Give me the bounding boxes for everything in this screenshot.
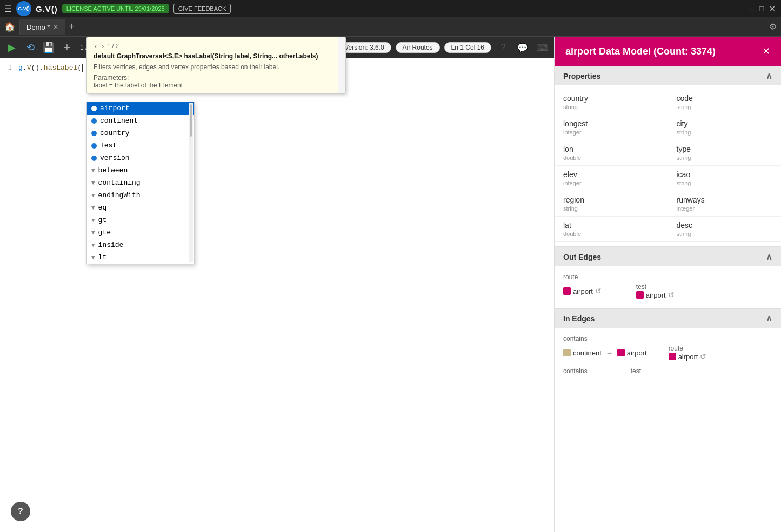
out-edges-label: Out Edges (563, 253, 601, 261)
property-region: region string (555, 191, 668, 217)
edge-refresh-icon[interactable]: ↺ (700, 352, 706, 361)
save-button[interactable]: 💾 (41, 40, 56, 55)
item-dot-icon (91, 118, 97, 124)
property-lon: lon double (555, 140, 668, 166)
tooltip-scrollbar[interactable] (338, 37, 345, 93)
edge-node-label: airport (678, 353, 698, 361)
autocomplete-item-airport[interactable]: airport (87, 102, 194, 115)
autocomplete-item-country[interactable]: country (87, 127, 194, 139)
property-type: string (677, 180, 773, 186)
run-button[interactable]: ▶ (4, 40, 19, 55)
history-button[interactable]: ⟲ (23, 40, 38, 55)
autocomplete-item-endingwith[interactable]: ▼ endingWith (87, 189, 194, 201)
in-edges-chevron-icon: ∧ (766, 313, 772, 324)
property-name: code (677, 94, 773, 103)
minimize-button[interactable]: ─ (746, 4, 755, 13)
out-edge-test-node: airport ↺ (636, 291, 675, 299)
keyboard-icon[interactable]: ⌨ (535, 40, 550, 55)
autocomplete-item-containing[interactable]: ▼ containing (87, 177, 194, 189)
editor-panel: ▶ ⟲ 💾 + 1 / 2 ⬇ Gremlin Version: 3.6.0 A… (0, 37, 554, 532)
tabbar: 🏠 Demo * ✕ + ⚙ (0, 17, 781, 37)
help-button[interactable]: ? (11, 502, 30, 521)
tab-close-icon[interactable]: ✕ (53, 23, 58, 31)
help-icon[interactable]: ? (496, 40, 511, 55)
panel-close-button[interactable]: ✕ (762, 45, 770, 57)
chat-icon[interactable]: 💬 (515, 40, 530, 55)
property-type: integer (677, 205, 773, 212)
tooltip-params-label: Parameters: (94, 74, 129, 82)
autocomplete-item-version[interactable]: version (87, 152, 194, 164)
property-type: string (677, 154, 773, 161)
tab-demo[interactable]: Demo * ✕ (19, 19, 65, 35)
autocomplete-item-eq[interactable]: ▼ eq (87, 201, 194, 214)
autocomplete-scrollbar[interactable] (189, 103, 193, 262)
item-dot-icon (91, 143, 97, 149)
out-edge-route-node: airport ↺ (563, 283, 602, 299)
property-country: country string (555, 90, 668, 115)
in-edges-section: contains continent → airport route airpo… (555, 328, 781, 379)
out-edge-test-label: test (636, 283, 675, 291)
add-console-button[interactable]: + (59, 40, 75, 55)
tooltip-popup: ‹ › 1 / 2 default GraphTraversal<S,E> ha… (86, 37, 346, 94)
in-edges-section-header[interactable]: In Edges ∧ (555, 308, 781, 328)
app-logo: G.V() (16, 1, 31, 16)
autocomplete-item-gt[interactable]: ▼ gt (87, 214, 194, 226)
code-g: g (18, 64, 23, 72)
autocomplete-label: endingWith (98, 191, 141, 199)
properties-section-header[interactable]: Properties ∧ (555, 66, 781, 85)
property-type: double (563, 231, 659, 237)
app-brand: G.V() (36, 4, 58, 14)
item-dot-icon (91, 106, 97, 111)
in-edge-contains-label-row: contains (555, 332, 781, 342)
edge-airport-label: airport (627, 349, 647, 357)
home-icon[interactable]: 🏠 (4, 22, 15, 32)
out-edges-section-header[interactable]: Out Edges ∧ (555, 247, 781, 266)
item-arrow-icon: ▼ (91, 217, 95, 224)
edge-refresh-icon[interactable]: ↺ (668, 291, 675, 299)
tooltip-param-detail: label = the label of the Element (94, 82, 183, 89)
property-name: region (563, 196, 659, 204)
autocomplete-item-test[interactable]: Test (87, 139, 194, 152)
property-desc: desc string (668, 217, 782, 242)
item-arrow-icon: ▼ (91, 242, 95, 248)
property-name: elev (563, 170, 659, 179)
edge-color-icon (636, 291, 644, 299)
autocomplete-item-continent[interactable]: continent (87, 115, 194, 127)
tooltip-next-button[interactable]: › (101, 42, 105, 50)
autocomplete-label: between (98, 166, 128, 174)
give-feedback-button[interactable]: GIVE FEEDBACK (173, 4, 231, 14)
property-elev: elev integer (555, 166, 668, 191)
properties-label: Properties (563, 72, 600, 80)
code-editor[interactable]: 1 g.V().hasLabel( (0, 58, 554, 532)
air-routes-button[interactable]: Air Routes (396, 42, 440, 53)
menu-icon[interactable]: ☰ (4, 4, 12, 14)
property-type: double (563, 154, 659, 161)
line-number: 1 (0, 63, 16, 71)
titlebar: ☰ G.V() G.V() LICENSE ACTIVE UNTIL 29/01… (0, 0, 781, 17)
ln-col-indicator: Ln 1 Col 16 (444, 42, 491, 53)
out-edges-section: route airport ↺ test airport ↺ (555, 266, 781, 308)
edge-refresh-icon[interactable]: ↺ (595, 287, 602, 295)
item-arrow-icon: ▼ (91, 205, 95, 211)
close-window-button[interactable]: ✕ (768, 4, 777, 13)
tooltip-page: 1 / 2 (107, 43, 118, 49)
edge-direction-arrow: → (606, 349, 613, 357)
autocomplete-item-between[interactable]: ▼ between (87, 164, 194, 177)
item-arrow-icon: ▼ (91, 192, 95, 199)
settings-icon[interactable]: ⚙ (769, 22, 777, 32)
item-dot-icon (91, 131, 97, 136)
autocomplete-item-lt[interactable]: ▼ lt (87, 251, 194, 264)
edge-color-continent-icon (563, 349, 571, 356)
property-name: country (563, 94, 659, 103)
autocomplete-item-inside[interactable]: ▼ inside (87, 239, 194, 251)
autocomplete-label: Test (100, 142, 117, 150)
edge-continent-label: continent (573, 349, 602, 357)
tooltip-prev-button[interactable]: ‹ (94, 42, 98, 50)
property-city: city string (668, 115, 782, 140)
properties-chevron-icon: ∧ (766, 71, 772, 81)
add-tab-button[interactable]: + (69, 21, 75, 32)
out-edge-route-row: airport ↺ test airport ↺ (555, 281, 781, 304)
autocomplete-label: gt (98, 216, 107, 224)
maximize-button[interactable]: □ (757, 4, 766, 13)
autocomplete-item-gte[interactable]: ▼ gte (87, 226, 194, 239)
